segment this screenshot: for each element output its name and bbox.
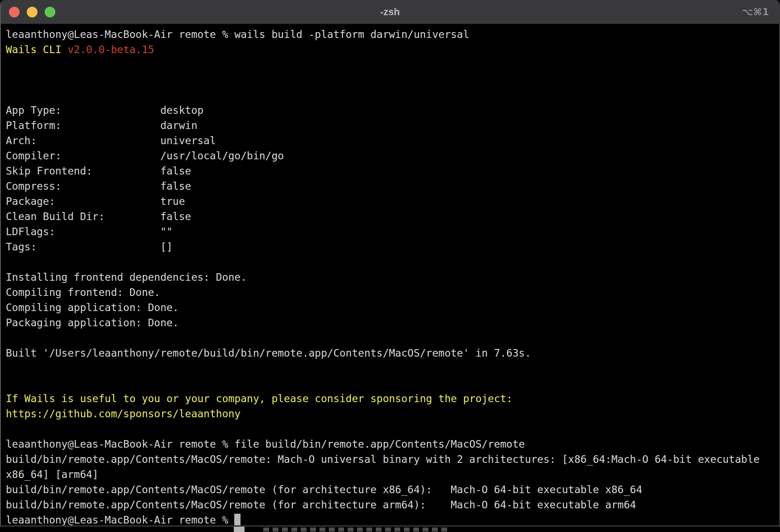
term-text-segment: App Type: desktop [6,104,203,116]
terminal-cursor [234,514,241,526]
term-line: https://github.com/sponsors/leaanthony [6,406,779,421]
term-line: Tags: [] [6,239,779,254]
term-line: Platform: darwin [6,118,779,133]
term-text-segment: Wails CLI [6,44,67,55]
term-text-segment: Skip Frontend: false [6,165,191,177]
term-text-segment: leaanthony@Leas-MacBook-Air remote % wai… [6,29,469,40]
term-text-segment: If Wails is useful to you or your compan… [6,393,512,404]
term-line: Skip Frontend: false [6,163,779,179]
traffic-lights [9,7,55,17]
clipped-background-content [0,527,780,532]
term-line: Compiler: /usr/local/go/bin/go [6,148,779,163]
clipped-cursor-fragment [234,527,245,532]
tab-shortcut-badge: ⌥⌘1 [742,7,769,17]
close-button[interactable] [9,7,20,17]
term-line: Compiling application: Done. [6,300,779,315]
terminal-screen[interactable]: leaanthony@Leas-MacBook-Air remote % wai… [1,24,779,527]
term-text-segment: build/bin/remote.app/Contents/MacOS/remo… [6,453,759,465]
term-line [6,330,779,345]
term-line: Compiling frontend: Done. [6,285,779,300]
term-text-segment: leaanthony@Leas-MacBook-Air remote % fil… [6,438,525,450]
term-text-segment: Compress: false [6,180,191,192]
clipped-text-fragment [263,528,451,532]
term-line: Package: true [6,194,779,209]
term-text-segment: Packaging application: Done. [6,317,179,328]
term-line [6,57,779,72]
zoom-button[interactable] [45,7,55,17]
term-line: x86_64] [arm64] [6,467,779,482]
minimize-button[interactable] [27,7,37,17]
term-text-segment: build/bin/remote.app/Contents/MacOS/remo… [6,499,636,511]
term-line: Built '/Users/leaanthony/remote/build/bi… [6,345,779,361]
term-text-segment: x86_64] [arm64] [6,469,99,480]
term-line [6,87,779,103]
term-line: Compress: false [6,179,779,194]
term-line: LDFlags: "" [6,224,779,239]
term-text-segment: Compiling frontend: Done. [6,287,160,298]
term-text-segment: Platform: darwin [6,120,197,131]
term-line [6,254,779,270]
term-line: Wails CLI v2.0.0-beta.15 [6,42,779,57]
term-line: Clean Build Dir: false [6,209,779,224]
term-text-segment: Arch: universal [6,135,216,146]
term-text-segment: Tags: [] [6,241,173,253]
term-line: leaanthony@Leas-MacBook-Air remote % [6,512,779,527]
window-title: -zsh [1,6,779,18]
term-text-segment: build/bin/remote.app/Contents/MacOS/remo… [6,484,642,495]
term-text-segment: Package: true [6,195,185,207]
term-text-segment: Compiling application: Done. [6,302,179,313]
term-line: If Wails is useful to you or your compan… [6,391,779,406]
term-line: App Type: desktop [6,103,779,118]
term-text-segment: Installing frontend dependencies: Done. [6,271,247,283]
term-line [6,421,779,436]
term-line: Packaging application: Done. [6,315,779,330]
term-line: leaanthony@Leas-MacBook-Air remote % wai… [6,27,779,42]
term-line: build/bin/remote.app/Contents/MacOS/remo… [6,497,779,512]
term-text-segment: v2.0.0-beta.15 [67,44,154,55]
term-line [6,376,779,391]
term-line: Installing frontend dependencies: Done. [6,270,779,285]
term-line: build/bin/remote.app/Contents/MacOS/remo… [6,482,779,497]
term-text-segment: https://github.com/sponsors/leaanthony [6,408,241,420]
term-line [6,361,779,376]
term-line: leaanthony@Leas-MacBook-Air remote % fil… [6,436,779,452]
term-text-segment: Built '/Users/leaanthony/remote/build/bi… [6,347,531,359]
term-line: build/bin/remote.app/Contents/MacOS/remo… [6,452,779,467]
titlebar[interactable]: -zsh ⌥⌘1 [1,0,779,24]
term-text-segment: leaanthony@Leas-MacBook-Air remote % [6,514,234,526]
term-text-segment: Compiler: /usr/local/go/bin/go [6,150,284,162]
term-text-segment: Clean Build Dir: false [6,211,191,222]
term-text-segment: LDFlags: "" [6,226,173,237]
term-line: Arch: universal [6,133,779,148]
term-line [6,72,779,87]
terminal-window: -zsh ⌥⌘1 leaanthony@Leas-MacBook-Air rem… [0,0,780,527]
